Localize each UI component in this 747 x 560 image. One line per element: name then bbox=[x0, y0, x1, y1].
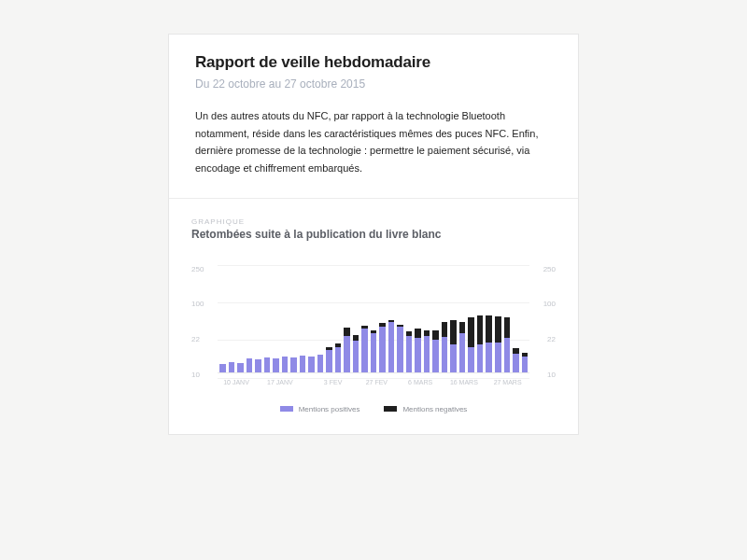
x-tick: 27 FEV bbox=[366, 379, 388, 385]
bar-segment-positive bbox=[477, 344, 484, 371]
bar-segment-positive bbox=[290, 357, 297, 372]
y-tick: 22 bbox=[535, 335, 556, 343]
bar bbox=[264, 357, 271, 372]
y-tick: 10 bbox=[191, 371, 212, 379]
bar bbox=[353, 335, 359, 372]
bar-segment-negative bbox=[415, 329, 421, 338]
bar bbox=[388, 320, 395, 372]
bar bbox=[361, 326, 368, 372]
x-tick: 16 MARS bbox=[450, 379, 478, 385]
bar bbox=[317, 355, 324, 372]
bar bbox=[290, 357, 297, 372]
bar-segment-negative bbox=[495, 316, 501, 343]
bar-segment-positive bbox=[273, 358, 279, 372]
bar-segment-negative bbox=[486, 315, 492, 343]
x-axis-labels: 10 JANV17 JANV3 FEV27 FEV6 MARS16 MARS27… bbox=[218, 379, 529, 396]
bar bbox=[229, 362, 235, 372]
bar-segment-positive bbox=[229, 362, 235, 372]
bar bbox=[468, 317, 474, 372]
report-body: Un des autres atouts du NFC, par rapport… bbox=[169, 107, 578, 198]
bar bbox=[255, 359, 261, 372]
bar-segment-negative bbox=[504, 317, 511, 338]
bar-segment-positive bbox=[406, 336, 413, 372]
bar-segment-positive bbox=[459, 333, 466, 371]
bar-segment-positive bbox=[317, 355, 324, 372]
bar-segment-positive bbox=[397, 327, 403, 372]
chart-section: GRAPHIQUE Retombées suite à la publicati… bbox=[169, 199, 578, 434]
bar-segment-positive bbox=[415, 338, 421, 372]
bar bbox=[486, 315, 492, 372]
bar-segment-positive bbox=[388, 322, 395, 372]
y-tick: 250 bbox=[191, 265, 212, 273]
chart-legend: Mentions positives Mentions negatives bbox=[191, 405, 556, 413]
bar bbox=[273, 358, 279, 372]
y-tick: 250 bbox=[535, 265, 556, 273]
report-date-range: Du 22 octobre au 27 octobre 2015 bbox=[195, 77, 552, 91]
bar-segment-positive bbox=[344, 336, 350, 372]
x-tick: 3 FEV bbox=[324, 379, 342, 385]
bar-segment-positive bbox=[282, 357, 289, 372]
chart-plot: 2501002210 10 JANV17 JANV3 FEV27 FEV6 MA… bbox=[191, 265, 556, 396]
bar-segment-positive bbox=[255, 359, 261, 372]
bar bbox=[459, 322, 466, 372]
bar-segment-positive bbox=[486, 343, 492, 372]
bar-segment-negative bbox=[344, 328, 350, 336]
bar bbox=[308, 357, 315, 372]
legend-label-positive: Mentions positives bbox=[299, 405, 360, 413]
bar-segment-positive bbox=[326, 350, 332, 371]
bar-segment-positive bbox=[379, 327, 386, 372]
legend-item-positive: Mentions positives bbox=[280, 405, 360, 413]
bar bbox=[432, 330, 439, 372]
bar-segment-negative bbox=[442, 322, 448, 337]
bar bbox=[247, 358, 253, 372]
x-tick: 6 MARS bbox=[408, 379, 432, 385]
bar bbox=[415, 329, 421, 371]
y-tick: 100 bbox=[191, 300, 212, 308]
bar-segment-positive bbox=[450, 344, 457, 371]
chart-overline: GRAPHIQUE bbox=[191, 217, 556, 226]
x-tick: 10 JANV bbox=[223, 379, 249, 385]
bar bbox=[397, 325, 403, 372]
bar bbox=[450, 320, 457, 372]
x-tick: 27 MARS bbox=[494, 379, 522, 385]
bar bbox=[219, 364, 226, 372]
bar-segment-positive bbox=[353, 341, 359, 372]
legend-label-negative: Mentions negatives bbox=[402, 405, 467, 413]
bar-segment-positive bbox=[468, 347, 474, 372]
report-header: Rapport de veille hebdomadaire Du 22 oct… bbox=[169, 35, 578, 107]
bar-segment-positive bbox=[335, 347, 342, 372]
bar-segment-positive bbox=[504, 338, 511, 372]
bar-segment-negative bbox=[432, 330, 439, 340]
y-axis-left: 2501002210 bbox=[191, 265, 212, 396]
bar bbox=[237, 363, 244, 372]
bar bbox=[406, 331, 413, 372]
plot-area: 10 JANV17 JANV3 FEV27 FEV6 MARS16 MARS27… bbox=[218, 265, 529, 396]
y-tick: 22 bbox=[191, 335, 212, 343]
bar-segment-negative bbox=[459, 322, 466, 333]
bar-segment-positive bbox=[308, 357, 315, 372]
legend-swatch-positive bbox=[280, 406, 293, 412]
chart-title: Retombées suite à la publication du livr… bbox=[191, 228, 556, 241]
bar bbox=[379, 323, 386, 372]
report-card: Rapport de veille hebdomadaire Du 22 oct… bbox=[168, 34, 579, 435]
x-tick: 17 JANV bbox=[267, 379, 293, 385]
bar bbox=[442, 322, 448, 372]
y-tick: 100 bbox=[535, 300, 556, 308]
bar bbox=[513, 348, 519, 371]
y-tick: 10 bbox=[535, 371, 556, 379]
bar-segment-positive bbox=[424, 336, 430, 372]
bars-container bbox=[218, 265, 529, 373]
bar bbox=[522, 353, 529, 372]
bar bbox=[335, 343, 342, 372]
bar-segment-positive bbox=[219, 364, 226, 372]
bar-segment-negative bbox=[450, 320, 457, 345]
bar-segment-positive bbox=[522, 357, 529, 372]
y-axis-right: 2501002210 bbox=[535, 265, 556, 396]
bar-segment-positive bbox=[361, 329, 368, 371]
bar bbox=[504, 317, 511, 372]
bar bbox=[344, 328, 350, 372]
bar-segment-positive bbox=[237, 363, 244, 372]
bar-segment-positive bbox=[495, 343, 501, 372]
bar-segment-negative bbox=[468, 317, 474, 347]
bar-segment-positive bbox=[300, 356, 306, 372]
